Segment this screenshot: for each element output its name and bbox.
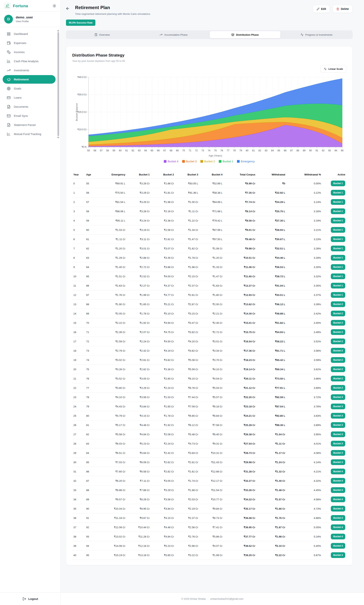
- theme-toggle-sun-icon[interactable]: [52, 4, 56, 8]
- cell-bucket1: ₹4.15 Cr: [127, 411, 151, 421]
- scrollbar-thumb[interactable]: [57, 32, 59, 136]
- svg-text:85: 85: [278, 149, 280, 152]
- cell-withdrawal: ₹1.11 Cr: [256, 439, 286, 448]
- active-bucket-badge: Bucket 4: [331, 534, 345, 539]
- active-bucket-badge: Bucket 2: [331, 376, 345, 381]
- cell-active: Bucket 3: [322, 421, 346, 430]
- column-header-withdrawal: Withdrawal: [256, 171, 286, 179]
- active-bucket-badge: Bucket 4: [331, 552, 345, 558]
- brand-name: Fortuna: [13, 4, 52, 8]
- scrollbar-down-arrow[interactable]: [57, 137, 59, 138]
- cell-year: 14: [72, 309, 85, 318]
- column-header-bucket-2: Bucket 2: [151, 171, 175, 179]
- active-bucket-badge: Bucket 2: [331, 348, 345, 354]
- sidebar-item-investments[interactable]: Investments: [3, 66, 55, 75]
- active-bucket-badge: Bucket 1: [331, 292, 345, 298]
- cell-withdrawal_pct: 3.72%: [286, 393, 322, 402]
- user-profile[interactable]: D demo_user View Profile: [0, 12, 61, 27]
- sidebar-item-email-sync[interactable]: Email Sync: [3, 112, 55, 120]
- active-bucket-badge: Bucket 2: [331, 385, 345, 391]
- cell-bucket1: ₹1.65 Cr: [127, 300, 151, 309]
- table-row: 1368₹1.90 Cr₹1.65 Cr₹5.21 Cr₹2.87 Cr₹2.0…: [72, 300, 346, 309]
- scrollbar-up-arrow[interactable]: [57, 30, 59, 31]
- svg-text:75: 75: [214, 149, 217, 152]
- logout-button[interactable]: Logout: [0, 592, 61, 605]
- bar-chart-icon: [7, 59, 11, 63]
- table-row: 964₹1.40 Cr₹2.72 Cr₹3.66 Cr₹1.96 Cr₹1.33…: [72, 263, 346, 272]
- cell-active: Bucket 2: [322, 374, 346, 383]
- cell-age: 79: [85, 402, 98, 411]
- back-arrow-icon[interactable]: [65, 6, 70, 11]
- tab-label: Distribution Phase: [236, 33, 259, 36]
- cell-total_corpus: ₹28.73 Cr: [223, 448, 256, 458]
- cell-year: 30: [72, 458, 85, 467]
- cell-total_corpus: ₹9.01 Cr: [223, 225, 256, 235]
- cell-emergency: ₹8.20 Cr: [98, 476, 127, 486]
- svg-text:63: 63: [138, 149, 141, 152]
- sidebar-item-dashboard[interactable]: Dashboard: [3, 30, 55, 38]
- sidebar-item-incomes[interactable]: Incomes: [3, 48, 55, 56]
- cell-bucket2: ₹2.24 Cr: [151, 439, 175, 448]
- cell-bucket2: ₹2.08 Cr: [151, 430, 175, 439]
- tab-distribution-phase[interactable]: Distribution Phase: [210, 31, 280, 38]
- svg-text:84: 84: [271, 149, 274, 152]
- cell-bucket2: ₹1.66 Cr: [151, 179, 175, 188]
- edit-button[interactable]: Edit: [313, 5, 330, 13]
- cell-bucket1: ₹7.68 Cr: [127, 486, 151, 495]
- cell-total_corpus: ₹36.08 Cr: [223, 513, 256, 523]
- cell-age: 84: [85, 448, 98, 458]
- cell-withdrawal: ₹1.76 Cr: [256, 513, 286, 523]
- cell-withdrawal_pct: 0.00%: [286, 179, 322, 188]
- active-bucket-badge: Bucket 3: [331, 459, 345, 465]
- sidebar-item-loans[interactable]: Loans: [3, 93, 55, 102]
- cell-bucket2: ₹2.16 Cr: [151, 207, 175, 216]
- cell-bucket1: ₹2.24 Cr: [127, 337, 151, 346]
- cell-total_corpus: ₹38.52 Cr: [223, 541, 256, 551]
- cell-active: Bucket 4: [322, 486, 346, 495]
- cell-bucket3: ₹7.44 Cr: [175, 393, 199, 402]
- tab-accumulation-phase[interactable]: Accumulation Phase: [138, 31, 209, 38]
- cell-total_corpus: ₹7.74 Cr: [223, 197, 256, 207]
- linear-scale-button[interactable]: Linear Scale: [320, 65, 346, 73]
- svg-text:57: 57: [100, 149, 103, 152]
- sidebar-item-mutual-fund-tracking[interactable]: Mutual Fund Tracking: [3, 130, 55, 138]
- cell-withdrawal: ₹46.12 L: [256, 300, 286, 309]
- sidebar-item-cash-flow-analysis[interactable]: Cash Flow Analysis: [3, 57, 55, 66]
- cell-emergency: ₹3.02 Cr: [98, 355, 127, 365]
- cell-withdrawal_pct: 5.05%: [286, 523, 322, 532]
- cell-bucket3: ₹2.03 Cr: [175, 495, 199, 504]
- cell-bucket2: ₹3.66 Cr: [151, 263, 175, 272]
- cell-bucket3: ₹1.88 Cr: [175, 486, 199, 495]
- cell-active: Bucket 4: [322, 532, 346, 541]
- sidebar-scrollbar[interactable]: [57, 30, 59, 138]
- tab-overview[interactable]: Overview: [67, 31, 137, 38]
- cell-bucket3: ₹1.61 Cr: [175, 467, 199, 476]
- cell-withdrawal_pct: 4.73%: [286, 504, 322, 513]
- cell-withdrawal_pct: 3.12%: [286, 188, 322, 197]
- cell-bucket2: ₹5.10 Cr: [151, 309, 175, 318]
- cell-total_corpus: ₹22.20 Cr: [223, 393, 256, 402]
- delete-button[interactable]: Delete: [333, 5, 353, 13]
- sidebar-item-statement-parser[interactable]: Statement Parser: [3, 121, 55, 129]
- table-row: 3691₹11.16 Cr₹9.67 Cr₹4.15 Cr₹2.37 Cr₹8.…: [72, 513, 346, 523]
- cell-year: 24: [72, 402, 85, 411]
- table-row: 3489₹9.57 Cr₹8.29 Cr₹3.56 Cr₹2.03 Cr₹10.…: [72, 495, 346, 504]
- sidebar-item-expenses[interactable]: Expenses: [3, 39, 55, 47]
- cell-year: 26: [72, 421, 85, 430]
- sidebar-item-documents[interactable]: Documents: [3, 102, 55, 111]
- cell-bucket1: ₹4.48 Cr: [127, 421, 151, 430]
- active-bucket-badge: Bucket 3: [331, 404, 345, 409]
- cell-active: Bucket 3: [322, 448, 346, 458]
- column-header-active: Active: [322, 171, 346, 179]
- sidebar-item-retirement[interactable]: Retirement: [3, 75, 55, 84]
- active-bucket-badge: Bucket 3: [331, 441, 345, 447]
- cell-bucket4: ₹87.99 L: [199, 225, 223, 235]
- sidebar-item-goals[interactable]: Goals: [3, 84, 55, 93]
- svg-text:66: 66: [157, 149, 160, 152]
- tab-progress-investments[interactable]: Progress & Investments: [281, 31, 352, 38]
- cell-bucket1: ₹2.52 Cr: [127, 272, 151, 281]
- cell-withdrawal: ₹51.82 L: [256, 318, 286, 328]
- view-profile-link[interactable]: View Profile: [16, 20, 33, 23]
- table-row: 3186₹7.60 Cr₹6.58 Cr₹2.82 Cr₹1.61 Cr₹12.…: [72, 467, 346, 476]
- legend-item-bucket-3: Bucket 3: [182, 160, 197, 163]
